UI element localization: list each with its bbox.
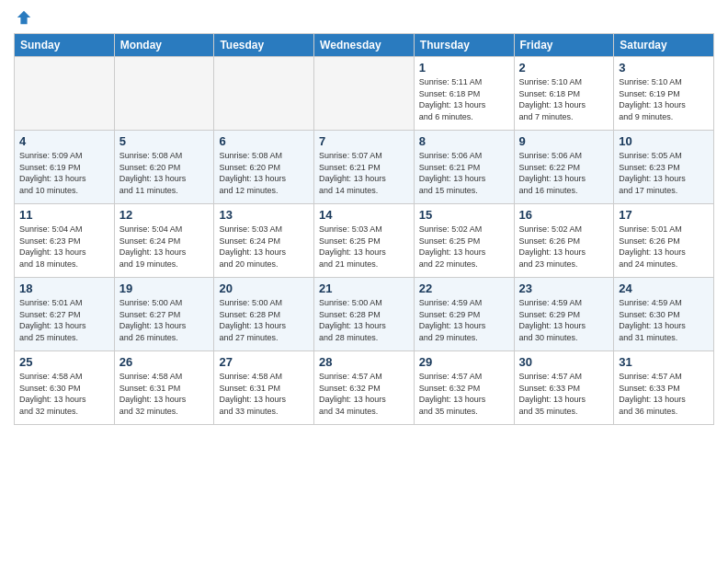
day-info: Sunrise: 5:01 AM Sunset: 6:27 PM Dayligh… [19, 297, 109, 343]
day-number: 3 [619, 61, 709, 75]
calendar-day-cell: 10Sunrise: 5:05 AM Sunset: 6:23 PM Dayli… [614, 131, 714, 204]
day-number: 24 [619, 282, 709, 295]
day-info: Sunrise: 5:06 AM Sunset: 6:21 PM Dayligh… [419, 150, 509, 196]
calendar-day-cell: 9Sunrise: 5:06 AM Sunset: 6:22 PM Daylig… [514, 131, 614, 204]
calendar-day-cell: 25Sunrise: 4:58 AM Sunset: 6:30 PM Dayli… [15, 351, 115, 425]
calendar-day-cell [214, 57, 314, 131]
day-number: 11 [19, 208, 109, 222]
calendar-day-cell: 16Sunrise: 5:02 AM Sunset: 6:26 PM Dayli… [514, 204, 614, 278]
calendar-table: SundayMondayTuesdayWednesdayThursdayFrid… [14, 33, 714, 425]
calendar-day-cell: 7Sunrise: 5:07 AM Sunset: 6:21 PM Daylig… [314, 131, 415, 204]
day-info: Sunrise: 5:05 AM Sunset: 6:23 PM Dayligh… [619, 150, 709, 196]
day-number: 22 [419, 282, 509, 295]
day-number: 14 [319, 208, 409, 222]
calendar-week-row: 11Sunrise: 5:04 AM Sunset: 6:23 PM Dayli… [15, 204, 714, 278]
day-number: 28 [319, 355, 409, 369]
calendar-day-cell: 31Sunrise: 4:57 AM Sunset: 6:33 PM Dayli… [614, 351, 714, 425]
day-number: 8 [419, 134, 509, 148]
day-info: Sunrise: 5:08 AM Sunset: 6:20 PM Dayligh… [219, 150, 309, 196]
calendar-day-cell: 8Sunrise: 5:06 AM Sunset: 6:21 PM Daylig… [414, 131, 514, 204]
day-number: 31 [619, 355, 709, 369]
day-number: 20 [219, 282, 309, 295]
calendar-day-cell: 24Sunrise: 4:59 AM Sunset: 6:30 PM Dayli… [614, 278, 714, 351]
calendar-day-cell: 17Sunrise: 5:01 AM Sunset: 6:26 PM Dayli… [614, 204, 714, 278]
day-number: 26 [119, 355, 210, 369]
calendar-day-cell: 5Sunrise: 5:08 AM Sunset: 6:20 PM Daylig… [114, 131, 214, 204]
day-info: Sunrise: 5:11 AM Sunset: 6:18 PM Dayligh… [419, 76, 509, 122]
day-info: Sunrise: 4:58 AM Sunset: 6:31 PM Dayligh… [119, 371, 210, 417]
day-info: Sunrise: 4:57 AM Sunset: 6:32 PM Dayligh… [419, 371, 509, 417]
day-number: 27 [219, 355, 309, 369]
weekday-header: Wednesday [314, 34, 415, 57]
day-info: Sunrise: 5:09 AM Sunset: 6:19 PM Dayligh… [19, 150, 109, 196]
day-number: 16 [519, 208, 609, 222]
day-info: Sunrise: 5:06 AM Sunset: 6:22 PM Dayligh… [519, 150, 609, 196]
day-number: 13 [219, 208, 309, 222]
day-number: 2 [519, 61, 609, 75]
calendar-day-cell: 4Sunrise: 5:09 AM Sunset: 6:19 PM Daylig… [15, 131, 115, 204]
day-info: Sunrise: 5:00 AM Sunset: 6:27 PM Dayligh… [119, 297, 210, 343]
calendar-day-cell: 6Sunrise: 5:08 AM Sunset: 6:20 PM Daylig… [214, 131, 314, 204]
day-info: Sunrise: 5:01 AM Sunset: 6:26 PM Dayligh… [619, 224, 709, 270]
calendar-day-cell: 23Sunrise: 4:59 AM Sunset: 6:29 PM Dayli… [514, 278, 614, 351]
calendar-day-cell: 11Sunrise: 5:04 AM Sunset: 6:23 PM Dayli… [15, 204, 115, 278]
day-number: 12 [119, 208, 210, 222]
day-number: 21 [319, 282, 409, 295]
day-number: 5 [119, 134, 210, 148]
calendar-week-row: 1Sunrise: 5:11 AM Sunset: 6:18 PM Daylig… [15, 57, 714, 131]
svg-marker-0 [17, 11, 30, 24]
day-info: Sunrise: 5:04 AM Sunset: 6:24 PM Dayligh… [119, 224, 210, 270]
calendar-day-cell: 22Sunrise: 4:59 AM Sunset: 6:29 PM Dayli… [414, 278, 514, 351]
calendar-day-cell: 26Sunrise: 4:58 AM Sunset: 6:31 PM Dayli… [114, 351, 214, 425]
day-info: Sunrise: 5:08 AM Sunset: 6:20 PM Dayligh… [119, 150, 210, 196]
day-number: 4 [19, 134, 109, 148]
day-number: 9 [519, 134, 609, 148]
calendar-day-cell: 3Sunrise: 5:10 AM Sunset: 6:19 PM Daylig… [614, 57, 714, 131]
day-info: Sunrise: 4:59 AM Sunset: 6:30 PM Dayligh… [619, 297, 709, 343]
calendar-header-row: SundayMondayTuesdayWednesdayThursdayFrid… [15, 34, 714, 57]
day-number: 15 [419, 208, 509, 222]
weekday-header: Saturday [614, 34, 714, 57]
calendar-day-cell: 15Sunrise: 5:02 AM Sunset: 6:25 PM Dayli… [414, 204, 514, 278]
day-number: 23 [519, 282, 609, 295]
calendar-day-cell [15, 57, 115, 131]
weekday-header: Friday [514, 34, 614, 57]
calendar-day-cell: 18Sunrise: 5:01 AM Sunset: 6:27 PM Dayli… [15, 278, 115, 351]
day-number: 19 [119, 282, 210, 295]
day-info: Sunrise: 5:03 AM Sunset: 6:25 PM Dayligh… [319, 224, 409, 270]
weekday-header: Sunday [15, 34, 115, 57]
day-info: Sunrise: 5:07 AM Sunset: 6:21 PM Dayligh… [319, 150, 409, 196]
page-container: SundayMondayTuesdayWednesdayThursdayFrid… [0, 0, 728, 563]
day-info: Sunrise: 5:00 AM Sunset: 6:28 PM Dayligh… [319, 297, 409, 343]
day-number: 10 [619, 134, 709, 148]
day-number: 25 [19, 355, 109, 369]
calendar-day-cell: 28Sunrise: 4:57 AM Sunset: 6:32 PM Dayli… [314, 351, 415, 425]
day-info: Sunrise: 5:10 AM Sunset: 6:18 PM Dayligh… [519, 76, 609, 122]
day-number: 7 [319, 134, 409, 148]
day-info: Sunrise: 4:57 AM Sunset: 6:32 PM Dayligh… [319, 371, 409, 417]
day-info: Sunrise: 5:04 AM Sunset: 6:23 PM Dayligh… [19, 224, 109, 270]
day-info: Sunrise: 5:10 AM Sunset: 6:19 PM Dayligh… [619, 76, 709, 122]
day-info: Sunrise: 4:57 AM Sunset: 6:33 PM Dayligh… [619, 371, 709, 417]
calendar-day-cell: 30Sunrise: 4:57 AM Sunset: 6:33 PM Dayli… [514, 351, 614, 425]
day-number: 6 [219, 134, 309, 148]
header [14, 9, 714, 26]
weekday-header: Thursday [414, 34, 514, 57]
day-number: 1 [419, 61, 509, 75]
calendar-day-cell: 29Sunrise: 4:57 AM Sunset: 6:32 PM Dayli… [414, 351, 514, 425]
calendar-day-cell: 1Sunrise: 5:11 AM Sunset: 6:18 PM Daylig… [414, 57, 514, 131]
calendar-day-cell: 12Sunrise: 5:04 AM Sunset: 6:24 PM Dayli… [114, 204, 214, 278]
day-number: 29 [419, 355, 509, 369]
calendar-week-row: 4Sunrise: 5:09 AM Sunset: 6:19 PM Daylig… [15, 131, 714, 204]
day-info: Sunrise: 4:58 AM Sunset: 6:30 PM Dayligh… [19, 371, 109, 417]
day-info: Sunrise: 5:03 AM Sunset: 6:24 PM Dayligh… [219, 224, 309, 270]
calendar-day-cell: 13Sunrise: 5:03 AM Sunset: 6:24 PM Dayli… [214, 204, 314, 278]
weekday-header: Monday [114, 34, 214, 57]
day-info: Sunrise: 4:59 AM Sunset: 6:29 PM Dayligh… [519, 297, 609, 343]
calendar-week-row: 25Sunrise: 4:58 AM Sunset: 6:30 PM Dayli… [15, 351, 714, 425]
calendar-day-cell: 21Sunrise: 5:00 AM Sunset: 6:28 PM Dayli… [314, 278, 415, 351]
day-info: Sunrise: 4:59 AM Sunset: 6:29 PM Dayligh… [419, 297, 509, 343]
day-number: 30 [519, 355, 609, 369]
day-info: Sunrise: 4:58 AM Sunset: 6:31 PM Dayligh… [219, 371, 309, 417]
calendar-day-cell [314, 57, 415, 131]
